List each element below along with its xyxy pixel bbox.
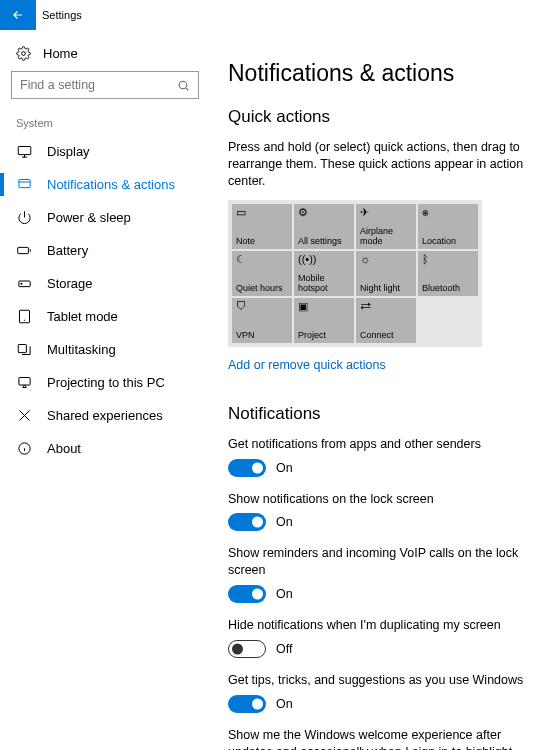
qa-tile-bluetooth[interactable]: ᛒBluetooth xyxy=(418,251,478,296)
quick-actions-grid: ▭Note ⚙All settings ✈Airplane mode ⎈Loca… xyxy=(228,200,482,347)
power-icon xyxy=(16,210,32,225)
toggle-state: On xyxy=(276,461,293,475)
nav-item-projecting[interactable]: Projecting to this PC xyxy=(6,366,204,399)
setting-label: Hide notifications when I'm duplicating … xyxy=(228,617,529,634)
svg-rect-8 xyxy=(18,345,26,353)
qa-tile-label: Note xyxy=(236,236,288,246)
qa-tile-label: Night light xyxy=(360,283,412,293)
setting-label: Show me the Windows welcome experience a… xyxy=(228,727,529,750)
nav-item-label: Battery xyxy=(47,243,88,258)
qa-tile-hotspot[interactable]: ((•))Mobile hotspot xyxy=(294,251,354,296)
toggle-switch[interactable] xyxy=(228,585,266,603)
svg-rect-7 xyxy=(19,310,29,323)
qa-tile-label: Quiet hours xyxy=(236,283,288,293)
notification-setting: Hide notifications when I'm duplicating … xyxy=(228,617,529,658)
qa-tile-airplane[interactable]: ✈Airplane mode xyxy=(356,204,416,249)
window-title: Settings xyxy=(36,9,82,21)
setting-label: Get notifications from apps and other se… xyxy=(228,436,529,453)
nav-item-label: Storage xyxy=(47,276,93,291)
notification-setting: Get notifications from apps and other se… xyxy=(228,436,529,477)
add-remove-link[interactable]: Add or remove quick actions xyxy=(228,358,386,372)
bluetooth-icon: ᛒ xyxy=(422,254,474,265)
toggle-switch[interactable] xyxy=(228,695,266,713)
qa-tile-note[interactable]: ▭Note xyxy=(232,204,292,249)
storage-icon xyxy=(16,276,32,291)
notification-setting: Show notifications on the lock screenOn xyxy=(228,491,529,532)
nav-item-label: Power & sleep xyxy=(47,210,131,225)
notifications-icon xyxy=(16,177,32,192)
qa-tile-connect[interactable]: ⮂Connect xyxy=(356,298,416,343)
nav-item-label: Tablet mode xyxy=(47,309,118,324)
airplane-icon: ✈ xyxy=(360,207,412,218)
main-content: Notifications & actions Quick actions Pr… xyxy=(210,30,547,750)
nav-item-about[interactable]: About xyxy=(6,432,204,465)
qa-tile-empty xyxy=(418,298,478,343)
qa-tile-settings[interactable]: ⚙All settings xyxy=(294,204,354,249)
connect-icon: ⮂ xyxy=(360,301,412,312)
hotspot-icon: ((•)) xyxy=(298,254,350,265)
toggle-state: Off xyxy=(276,642,292,656)
svg-point-0 xyxy=(21,52,25,56)
qa-tile-night[interactable]: ☼Night light xyxy=(356,251,416,296)
gear-icon xyxy=(15,46,31,61)
search-input[interactable] xyxy=(20,78,177,92)
nav-item-power[interactable]: Power & sleep xyxy=(6,201,204,234)
svg-rect-4 xyxy=(18,247,29,253)
info-icon xyxy=(16,441,32,456)
nav-item-label: Display xyxy=(47,144,90,159)
page-title: Notifications & actions xyxy=(228,60,529,87)
qa-tile-label: Project xyxy=(298,330,350,340)
setting-label: Show reminders and incoming VoIP calls o… xyxy=(228,545,529,579)
section-quick-actions: Quick actions xyxy=(228,107,529,127)
home-link[interactable]: Home xyxy=(6,42,204,71)
toggle-state: On xyxy=(276,515,293,529)
toggle-state: On xyxy=(276,587,293,601)
setting-label: Get tips, tricks, and suggestions as you… xyxy=(228,672,529,689)
nav-item-shared[interactable]: Shared experiences xyxy=(6,399,204,432)
multitasking-icon xyxy=(16,342,32,357)
nav-item-tablet[interactable]: Tablet mode xyxy=(6,300,204,333)
svg-point-6 xyxy=(20,283,21,284)
nav-item-multitasking[interactable]: Multitasking xyxy=(6,333,204,366)
section-notifications: Notifications xyxy=(228,404,529,424)
nav-item-storage[interactable]: Storage xyxy=(6,267,204,300)
qa-tile-label: VPN xyxy=(236,330,288,340)
toggle-switch[interactable] xyxy=(228,513,266,531)
svg-rect-2 xyxy=(18,147,31,155)
shield-icon: ⛉ xyxy=(236,301,288,312)
qa-tile-location[interactable]: ⎈Location xyxy=(418,204,478,249)
home-label: Home xyxy=(43,46,78,61)
nav-item-label: Shared experiences xyxy=(47,408,163,423)
qa-tile-vpn[interactable]: ⛉VPN xyxy=(232,298,292,343)
qa-tile-label: Airplane mode xyxy=(360,226,412,246)
notification-setting: Show reminders and incoming VoIP calls o… xyxy=(228,545,529,603)
tablet-icon xyxy=(16,309,32,324)
settings-icon: ⚙ xyxy=(298,207,350,218)
title-bar: Settings xyxy=(0,0,547,30)
nav-item-label: About xyxy=(47,441,81,456)
display-icon xyxy=(16,144,32,159)
nav-item-display[interactable]: Display xyxy=(6,135,204,168)
toggle-switch[interactable] xyxy=(228,459,266,477)
nav-item-notifications[interactable]: Notifications & actions xyxy=(6,168,204,201)
pin-icon: ⎈ xyxy=(422,207,474,218)
notification-setting: Get tips, tricks, and suggestions as you… xyxy=(228,672,529,713)
moon-icon: ☾ xyxy=(236,254,288,265)
qa-tile-label: Mobile hotspot xyxy=(298,273,350,293)
arrow-left-icon xyxy=(11,8,25,22)
nav-item-label: Notifications & actions xyxy=(47,177,175,192)
qa-tile-project[interactable]: ▣Project xyxy=(294,298,354,343)
sidebar: Home System Display Notifications & acti… xyxy=(0,30,210,750)
nav-group-label: System xyxy=(6,117,204,135)
note-icon: ▭ xyxy=(236,207,288,218)
qa-tile-quiet[interactable]: ☾Quiet hours xyxy=(232,251,292,296)
battery-icon xyxy=(16,243,32,258)
nav-item-battery[interactable]: Battery xyxy=(6,234,204,267)
back-button[interactable] xyxy=(0,0,36,30)
search-icon xyxy=(177,79,190,92)
toggle-switch[interactable] xyxy=(228,640,266,658)
search-box[interactable] xyxy=(11,71,199,99)
qa-tile-label: All settings xyxy=(298,236,350,246)
sun-icon: ☼ xyxy=(360,254,412,265)
setting-label: Show notifications on the lock screen xyxy=(228,491,529,508)
